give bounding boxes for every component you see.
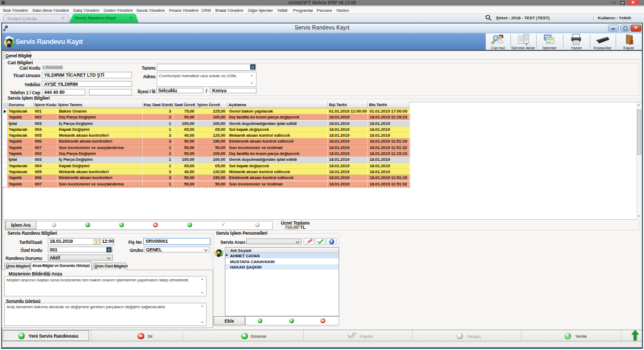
svg-text:7: 7 [95, 241, 97, 244]
